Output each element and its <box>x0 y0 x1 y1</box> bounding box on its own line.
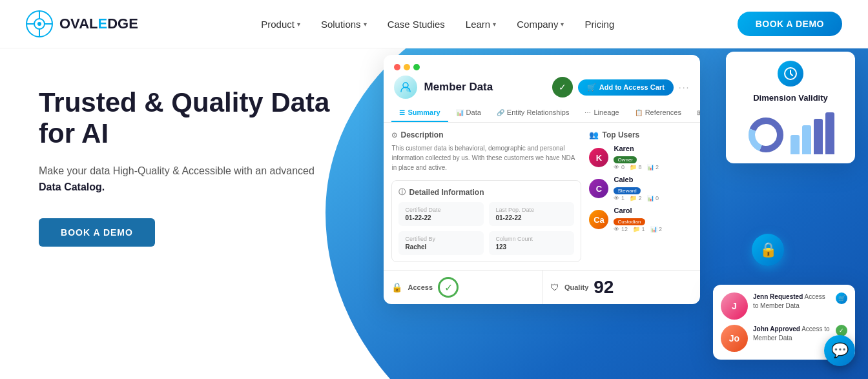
access-section: 🔒 Access ✓ <box>384 271 542 304</box>
nav-case-studies[interactable]: Case Studies <box>388 19 445 30</box>
tab-references[interactable]: 📋 References <box>627 104 689 122</box>
card-tabs: ☰ Summary 📊 Data 🔗 Entity Relationships … <box>384 104 700 123</box>
more-options[interactable]: ··· <box>679 82 690 92</box>
lock-floating-icon: 🔒 <box>752 234 784 266</box>
nav-right: BOOK A DEMO <box>738 12 842 36</box>
tab-lineage[interactable]: ⋯ Lineage <box>577 104 626 122</box>
lock-icon: 🔒 <box>391 282 402 292</box>
description-title: ⊙ Description <box>391 130 581 139</box>
notif-jenn: J Jenn Requested Access to Member Data 🛒 <box>721 292 847 320</box>
tl-yellow <box>404 64 410 70</box>
users-icon: 👥 <box>589 130 599 139</box>
member-data-title: Member Data <box>424 81 493 94</box>
member-card-header: Member Data ✓ 🛒 Add to Access Cart ··· <box>384 55 700 104</box>
company-chevron-icon: ▾ <box>561 21 564 28</box>
tab-summary[interactable]: ☰ Summary <box>391 104 448 122</box>
card-bottom: 🔒 Access ✓ 🛡 Quality 92 <box>384 270 700 304</box>
top-users-title: 👥 Top Users <box>589 130 692 139</box>
tab-entity-relationships[interactable]: 🔗 Entity Relationships <box>489 104 577 122</box>
user-info-carol: Carol Custodian 👁 12 📁 1 📊 2 <box>614 207 692 232</box>
svg-point-6 <box>37 22 41 26</box>
add-to-cart-button[interactable]: 🛒 Add to Access Cart <box>578 79 674 96</box>
svg-point-8 <box>406 88 410 92</box>
description-text: This customer data is behavioral, demogr… <box>391 143 581 172</box>
avatar-karen: K <box>589 148 608 167</box>
hero-book-demo-button[interactable]: BOOK A DEMO <box>39 218 155 247</box>
tl-red <box>394 64 400 70</box>
card-title-row: Member Data <box>394 76 493 99</box>
user-info-karen: Karen Owner 👁 0 📁 8 📊 2 <box>614 145 692 170</box>
description-icon: ⊙ <box>391 131 397 139</box>
member-data-icon <box>394 76 417 99</box>
hero-subtitle: Make your data High-Quality & Accessible… <box>39 163 338 196</box>
detailed-title: ⓘ Detailed Information <box>398 187 574 197</box>
user-karen: K Karen Owner 👁 0 📁 8 📊 2 <box>589 145 692 170</box>
chat-button[interactable]: 💬 <box>824 335 855 366</box>
card-body: ⊙ Description This customer data is beha… <box>384 123 700 270</box>
notif-jenn-text: Jenn Requested Access to Member Data <box>753 292 831 311</box>
certified-badge: ✓ <box>552 77 573 97</box>
nav-learn[interactable]: Learn ▾ <box>466 19 496 30</box>
donut-chart <box>747 116 785 154</box>
tab-data[interactable]: 📊 Data <box>448 104 489 122</box>
bar-3 <box>814 119 823 154</box>
traffic-lights <box>394 64 690 70</box>
certified-date-field: Certified Date 01-22-22 <box>398 202 484 226</box>
nav-company[interactable]: Company ▾ <box>517 19 564 30</box>
card-header-actions: ✓ 🛒 Add to Access Cart ··· <box>552 77 690 97</box>
detail-grid: Certified Date 01-22-22 Last Pop. Date 0… <box>398 202 574 255</box>
detailed-section: ⓘ Detailed Information Certified Date 01… <box>391 180 581 262</box>
nav-solutions[interactable]: Solutions ▾ <box>321 19 367 30</box>
notif-john-text: John Approved Access to Member Data <box>753 325 831 343</box>
logo-text: OVALEDGE <box>59 15 138 32</box>
card-right: 👥 Top Users K Karen Owner 👁 0 📁 8 📊 2 <box>589 130 692 262</box>
validity-header <box>735 61 846 87</box>
bar-chart <box>790 116 834 154</box>
product-chevron-icon: ▾ <box>297 21 300 28</box>
certified-by-field: Certified By Rachel <box>398 231 484 255</box>
avatar-carol: Ca <box>589 210 608 229</box>
card-header-inner: Member Data ✓ 🛒 Add to Access Cart ··· <box>394 76 690 104</box>
hero-right: Member Data ✓ 🛒 Add to Access Cart ··· <box>364 48 868 379</box>
logo-icon <box>26 10 53 37</box>
bar-2 <box>802 125 811 154</box>
hero-title: Trusted & Quality Data for AI <box>39 87 338 150</box>
avatar-jenn: J <box>721 292 748 320</box>
tl-green <box>413 64 420 70</box>
quality-icon: 🛡 <box>550 282 559 292</box>
cart-icon: 🛒 <box>836 292 847 304</box>
user-info-caleb: Caleb Steward 👁 1 📁 2 📊 0 <box>614 176 692 201</box>
hero-section: Trusted & Quality Data for AI Make your … <box>0 48 364 379</box>
bar-4 <box>825 112 834 154</box>
learn-chevron-icon: ▾ <box>493 21 496 28</box>
nav-pricing[interactable]: Pricing <box>584 19 614 30</box>
navbar: OVALEDGE Product ▾ Solutions ▾ Case Stud… <box>0 0 868 48</box>
logo[interactable]: OVALEDGE <box>26 10 138 37</box>
user-caleb: C Caleb Steward 👁 1 📁 2 📊 0 <box>589 176 692 201</box>
card-left: ⊙ Description This customer data is beha… <box>391 130 581 262</box>
validity-chart <box>735 109 846 154</box>
info-icon: ⓘ <box>398 187 406 197</box>
nav-links: Product ▾ Solutions ▾ Case Studies Learn… <box>261 19 614 30</box>
validity-card: Dimension Validity <box>726 52 855 163</box>
avatar-john: Jo <box>721 325 748 352</box>
main-content: Trusted & Quality Data for AI Make your … <box>0 48 868 379</box>
validity-title: Dimension Validity <box>735 93 846 103</box>
member-data-card: Member Data ✓ 🛒 Add to Access Cart ··· <box>384 55 700 304</box>
access-check: ✓ <box>438 277 459 298</box>
user-carol: Ca Carol Custodian 👁 12 📁 1 📊 2 <box>589 207 692 232</box>
avatar-caleb: C <box>589 179 608 198</box>
quality-section: 🛡 Quality 92 <box>542 271 701 304</box>
nav-book-demo-button[interactable]: BOOK A DEMO <box>738 12 842 36</box>
solutions-chevron-icon: ▾ <box>364 21 367 28</box>
last-pop-date-field: Last Pop. Date 01-22-22 <box>489 202 574 226</box>
tab-column-details[interactable]: ⊞ Column Details <box>689 104 701 122</box>
validity-icon <box>778 61 803 87</box>
column-count-field: Column Count 123 <box>489 231 574 255</box>
bar-1 <box>790 135 800 154</box>
nav-product[interactable]: Product ▾ <box>261 19 300 30</box>
